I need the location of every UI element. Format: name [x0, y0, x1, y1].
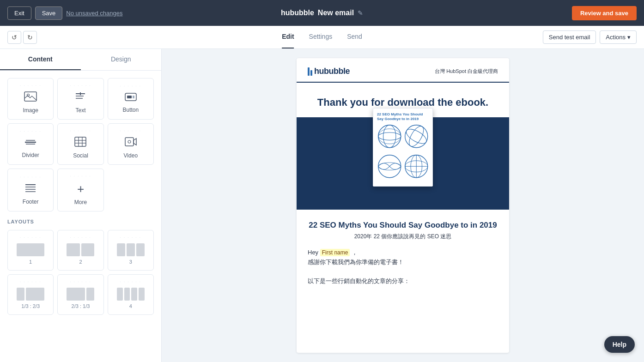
- svg-point-25: [378, 133, 401, 140]
- components-grid: · · · · · · Image · · · · · ·: [7, 78, 154, 211]
- redo-button[interactable]: ↻: [23, 31, 37, 44]
- layout-block: [67, 288, 85, 301]
- exit-button[interactable]: Exit: [7, 6, 31, 20]
- email-body-text: Hey First name ， 感謝你下載我們為你準備的電子書！ 以下是一些行…: [308, 248, 498, 286]
- book-cover-wrapper: 22 SEO Myths You Should Say Goodbye to i…: [297, 117, 509, 210]
- component-footer[interactable]: · · · · · · Footer: [7, 169, 54, 211]
- layout-4-label: 4: [129, 303, 132, 309]
- social-icon: [74, 137, 86, 150]
- book-cover-title: 22 SEO Myths You Should Say Goodbye to i…: [377, 112, 429, 122]
- drag-handle: · · · · · ·: [20, 84, 41, 88]
- logo-text: hububble: [314, 66, 350, 76]
- help-button[interactable]: Help: [604, 336, 635, 353]
- layout-1/3-2/3[interactable]: · · · · · · 1/3 : 2/3: [7, 274, 54, 315]
- svg-point-24: [383, 125, 396, 147]
- text-icon: [74, 91, 86, 104]
- layout-block: [67, 243, 80, 256]
- main-tabs: Edit Settings Send: [282, 26, 362, 48]
- comma: ，: [352, 249, 358, 256]
- component-button[interactable]: · · · · · · Button: [108, 78, 154, 120]
- topbar-center: hububble New email ✎: [281, 9, 363, 17]
- sphere-3: [377, 154, 402, 179]
- video-label: Video: [124, 152, 138, 159]
- logo-bar2: [310, 70, 312, 76]
- svg-rect-12: [75, 137, 86, 146]
- svg-point-18: [128, 140, 131, 143]
- greeting-text: Hey: [308, 249, 318, 256]
- layout-2[interactable]: · · · · · · 2: [57, 230, 103, 271]
- send-test-email-button[interactable]: Send test email: [543, 30, 596, 44]
- layout-block: [136, 243, 145, 256]
- drag-handle: · · · · · ·: [20, 175, 41, 179]
- drag-handle: · · · · · ·: [120, 84, 141, 88]
- layout-block: [117, 243, 125, 256]
- content-title: 22 SEO Myths You Should Say Goodbye to i…: [308, 221, 498, 230]
- layout-1/3-2/3-label: 1/3 : 2/3: [21, 303, 40, 309]
- component-social[interactable]: · · · · · · Social: [57, 123, 103, 165]
- panel-tab-content[interactable]: Content: [0, 49, 81, 70]
- drag-handle: · · · · · ·: [20, 280, 41, 284]
- svg-rect-17: [125, 138, 134, 146]
- drag-handle: · · · · · ·: [120, 280, 141, 284]
- drag-handle: · · · · · ·: [70, 236, 91, 240]
- drag-handle: · · · · · ·: [120, 129, 141, 133]
- divider-icon: [24, 137, 36, 149]
- image-icon: [24, 91, 37, 104]
- drag-handle: · · · · · ·: [120, 236, 141, 240]
- email-title: hububble: [281, 9, 314, 17]
- layouts-grid: · · · · · · 1 · · · · · · 2: [7, 230, 154, 315]
- drag-handle: · · · · · ·: [20, 236, 41, 240]
- layout-3[interactable]: · · · · · · 3: [108, 230, 154, 271]
- svg-rect-7: [127, 96, 132, 98]
- layout-2/3-1/3[interactable]: · · · · · · 2/3 : 1/3: [57, 274, 103, 315]
- layout-1[interactable]: · · · · · · 1: [7, 230, 54, 271]
- email-tagline: 台灣 HubSpot 白金級代理商: [435, 68, 498, 75]
- svg-point-26: [378, 128, 401, 144]
- email-header: hububble 台灣 HubSpot 白金級代理商: [297, 58, 509, 83]
- logo-bar1: [308, 67, 310, 76]
- layout-3-label: 3: [129, 259, 132, 265]
- layout-block: [127, 243, 135, 256]
- undo-redo-group: ↺ ↻: [7, 31, 37, 44]
- component-text[interactable]: · · · · · · Text: [57, 78, 103, 120]
- email-container: hububble 台灣 HubSpot 白金級代理商 Thank you for…: [297, 58, 509, 353]
- layout-4[interactable]: · · · · · · 4: [108, 274, 154, 315]
- sphere-4: [404, 154, 429, 179]
- undo-button[interactable]: ↺: [7, 31, 21, 44]
- edit-title-icon[interactable]: ✎: [358, 9, 363, 17]
- layout-2-preview: [67, 243, 94, 256]
- save-button[interactable]: Save: [35, 6, 63, 20]
- tab-edit[interactable]: Edit: [282, 26, 294, 48]
- layout-block: [139, 288, 145, 301]
- email-title-text: New email: [318, 9, 354, 17]
- layout-2/3-1/3-label: 2/3 : 1/3: [72, 303, 90, 309]
- layout-block: [17, 288, 24, 301]
- layout-block: [81, 243, 95, 256]
- component-video[interactable]: · · · · · · Video: [108, 123, 154, 165]
- video-icon: [125, 137, 137, 150]
- first-name-placeholder: First name: [320, 249, 350, 256]
- review-save-button[interactable]: Review and save: [572, 6, 637, 20]
- footer-icon: [24, 183, 36, 196]
- component-divider[interactable]: · · · · · · Divider: [7, 123, 54, 165]
- actions-label: Actions: [606, 34, 626, 41]
- layout-1-preview: [17, 243, 44, 256]
- panel-tab-design[interactable]: Design: [81, 49, 162, 70]
- actions-button[interactable]: Actions ▾: [600, 30, 637, 44]
- layout-block: [124, 288, 130, 301]
- subtitle-bar: ↺ ↻ Edit Settings Send Send test email A…: [0, 26, 644, 49]
- unsaved-label: No unsaved changes: [66, 10, 122, 17]
- topbar-left: Exit Save No unsaved changes: [7, 6, 122, 20]
- tab-send[interactable]: Send: [347, 26, 362, 48]
- topbar-right: Review and save: [572, 6, 637, 20]
- component-more[interactable]: · · · · · · + More: [57, 169, 103, 211]
- button-icon: [125, 92, 137, 104]
- drag-handle: · · · · · ·: [70, 280, 91, 284]
- component-image[interactable]: · · · · · · Image: [7, 78, 54, 120]
- layout-block: [17, 243, 44, 256]
- layout-block: [26, 288, 44, 301]
- svg-point-23: [378, 125, 401, 147]
- sphere-2: [404, 124, 429, 149]
- drag-handle: · · · · · ·: [20, 130, 41, 133]
- tab-settings[interactable]: Settings: [309, 26, 333, 48]
